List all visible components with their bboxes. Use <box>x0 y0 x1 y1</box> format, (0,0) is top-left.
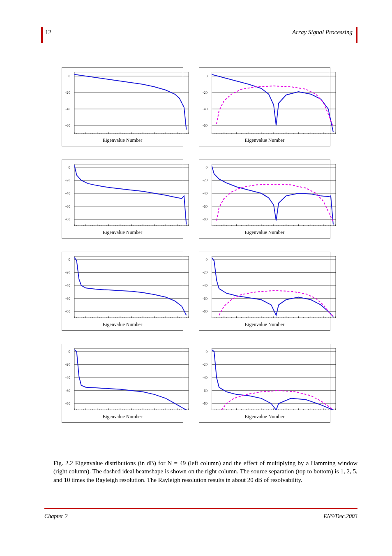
chart-plot <box>212 256 336 318</box>
x-axis-label: Eigenvalue Number <box>199 322 330 328</box>
figure-caption: Fig. 2.2 Eigenvalue distributions (in dB… <box>53 459 357 484</box>
panel-r1-c0: 0-20-40-60-80 Eigenvalue Number <box>62 160 183 239</box>
panel-r2-c1: 0-20-40-60-80 Eigenvalue Number <box>199 252 330 331</box>
running-title: Array Signal Processing <box>292 29 353 36</box>
margin-mark-right <box>356 27 357 43</box>
panel-r2-c0: 0-20-40-60-80 Eigenvalue Number <box>62 252 183 331</box>
svg-rect-133 <box>212 72 336 134</box>
chart-plot <box>212 164 336 226</box>
figure-grid: 0-20-40-60 Eigenvalue Number 0-20-40-60 … <box>62 67 330 436</box>
panel-r1-c1: 0-20-40-60-80 Eigenvalue Number <box>199 160 330 239</box>
x-axis-label: Eigenvalue Number <box>62 322 183 328</box>
chart-plot <box>74 164 189 226</box>
x-axis-label: Eigenvalue Number <box>199 414 330 420</box>
svg-rect-66 <box>74 72 189 134</box>
svg-rect-201 <box>74 164 189 226</box>
footer-rule <box>44 508 357 509</box>
panel-r3-c1: 0-20-40-60-80 Eigenvalue Number <box>199 344 330 423</box>
x-axis-label: Eigenvalue Number <box>62 414 183 420</box>
page-number: 12 <box>45 29 51 36</box>
chart-plot <box>212 348 336 410</box>
panel-r0-c1: 0-20-40-60 Eigenvalue Number <box>199 67 330 146</box>
x-axis-label: Eigenvalue Number <box>62 137 183 144</box>
x-axis-label: Eigenvalue Number <box>62 229 183 236</box>
chart-plot <box>74 72 189 134</box>
chart-plot <box>74 256 189 318</box>
chart-plot <box>212 72 336 134</box>
footer-right: ENS/Dec.2003 <box>323 513 357 520</box>
footer-left: Chapter 2 <box>44 513 67 520</box>
svg-rect-337 <box>74 256 189 318</box>
chart-plot <box>74 348 189 410</box>
svg-rect-473 <box>74 348 189 410</box>
panel-r3-c0: 0-20-40-60-80 Eigenvalue Number <box>62 344 183 423</box>
x-axis-label: Eigenvalue Number <box>199 229 330 236</box>
svg-rect-405 <box>212 256 336 318</box>
x-axis-label: Eigenvalue Number <box>199 137 330 144</box>
margin-mark-left <box>41 27 43 43</box>
panel-r0-c0: 0-20-40-60 Eigenvalue Number <box>62 67 183 146</box>
